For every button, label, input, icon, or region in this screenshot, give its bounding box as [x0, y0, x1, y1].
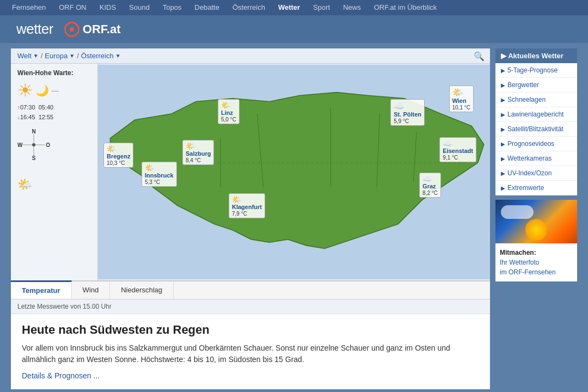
sidebar-item-lawinenbericht[interactable]: ▶ Lawinenlagebericht	[495, 107, 577, 122]
promo-text: Mitmachen: Ihr Wetterfoto im ORF-Fernseh…	[495, 243, 577, 281]
promo-image	[495, 200, 577, 243]
sidebar-arrow-icon-8: ▶	[501, 170, 505, 176]
breadcrumb-sep-2: /	[77, 52, 79, 60]
sidebar-arrow-icon: ▶	[501, 68, 505, 74]
chevron-down-icon-3[interactable]: ▼	[115, 53, 121, 59]
map-tabs: Temperatur Wind Niederschlag	[11, 280, 490, 299]
arrow-icon: ▶	[501, 52, 508, 60]
sidebar-arrow-icon-4: ▶	[501, 112, 505, 118]
sidebar-title: ▶ Aktuelles Wetter	[495, 48, 577, 63]
nav-topos[interactable]: Topos	[156, 0, 188, 15]
breadcrumb-oesterreich[interactable]: Österreich ▼	[81, 52, 121, 60]
compass: N S W O	[17, 128, 50, 161]
station-name: Wien-Hohe Warte:	[17, 69, 91, 77]
left-panel: Welt ▼ / Europa ▼ / Österreich ▼ 🔍 Wien-…	[11, 48, 490, 389]
sidebar-item-bergwetter[interactable]: ▶ Bergwetter	[495, 78, 577, 93]
sidebar-item-5tage[interactable]: ▶ 5-Tage-Prognose	[495, 63, 577, 78]
orf-logo-icon	[64, 22, 79, 37]
austria-map-container[interactable]: 🌤️ Wien 10,1 °C ☁️ St. Pölten 5,9 °C 🌤️ …	[98, 64, 490, 280]
dash: —	[51, 86, 59, 95]
breadcrumb-sep-1: /	[41, 52, 43, 60]
promo-line1: Ihr Wetterfoto	[500, 259, 539, 266]
orf-logo-dot	[70, 27, 74, 32]
compass-west: W	[17, 142, 22, 148]
sidebar-arrow-icon-9: ▶	[501, 185, 505, 191]
logo[interactable]: wetter ORF.at	[16, 21, 121, 38]
compass-north: N	[32, 128, 35, 134]
sunset-time: ↓16:45 12:55	[17, 113, 91, 122]
site-header: wetter ORF.at	[0, 15, 588, 43]
breadcrumb-europa[interactable]: Europa ▼	[45, 52, 75, 60]
sidebar-arrow-icon-2: ▶	[501, 82, 505, 88]
sidebar-arrow-icon-3: ▶	[501, 97, 505, 103]
sidebar-item-satellit[interactable]: ▶ Satellit/Blitzaktivität	[495, 122, 577, 137]
map-area: Wien-Hohe Warte: ☀ 🌙 — ↑07:30 05:40 ↓16:…	[11, 64, 490, 280]
chevron-down-icon[interactable]: ▼	[33, 53, 39, 59]
sidebar-item-schneelagen[interactable]: ▶ Schneelagen	[495, 93, 577, 107]
top-navigation: Fernsehen ORF ON KIDS Sound Topos Debatt…	[0, 0, 588, 15]
article: Heute nach Südwesten zu Regen Vor allem …	[11, 314, 490, 389]
promo-clouds	[501, 205, 534, 219]
sidebar-weather-menu: ▶ Aktuelles Wetter ▶ 5-Tage-Prognose ▶ B…	[495, 48, 577, 195]
partly-cloudy-icon: 🌤️	[17, 177, 32, 191]
tab-wind[interactable]: Wind	[72, 281, 111, 299]
moon-icon: 🌙	[35, 84, 49, 97]
nav-wetter[interactable]: Wetter	[272, 0, 307, 15]
local-icons: 🌤️	[17, 177, 91, 192]
nav-oesterreich[interactable]: Österreich	[226, 0, 272, 15]
svg-point-2	[32, 143, 35, 146]
sunrise-arrow: ↑	[17, 105, 20, 111]
promo-sun	[525, 219, 547, 241]
tab-temperatur[interactable]: Temperatur	[11, 280, 72, 299]
sidebar-item-extremwerte[interactable]: ▶ Extremwerte	[495, 181, 577, 195]
nav-sound[interactable]: Sound	[122, 0, 156, 15]
sunrise-time: ↑07:30 05:40	[17, 103, 91, 113]
nav-fernsehen[interactable]: Fernsehen	[5, 0, 52, 15]
sidebar-arrow-icon-7: ▶	[501, 156, 505, 162]
logo-wetter-text: wetter	[16, 21, 53, 38]
weather-info-panel: Wien-Hohe Warte: ☀ 🌙 — ↑07:30 05:40 ↓16:…	[11, 64, 98, 280]
article-link[interactable]: Details & Prognosen ...	[22, 371, 100, 380]
article-title: Heute nach Südwesten zu Regen	[22, 323, 479, 337]
nav-news[interactable]: News	[336, 0, 367, 15]
article-body: Vor allem von Innsbruck bis ins Salzkamm…	[22, 342, 479, 365]
breadcrumb: Welt ▼ / Europa ▼ / Österreich ▼ 🔍	[11, 48, 490, 64]
tab-niederschlag[interactable]: Niederschlag	[110, 281, 174, 299]
promo-box[interactable]: Mitmachen: Ihr Wetterfoto im ORF-Fernseh…	[495, 200, 577, 281]
sunset-arrow: ↓	[17, 114, 20, 120]
sidebar-arrow-icon-5: ▶	[501, 126, 505, 132]
nav-debatte[interactable]: Debatte	[188, 0, 226, 15]
sun-icon: ☀	[17, 80, 33, 101]
main-content: Welt ▼ / Europa ▼ / Österreich ▼ 🔍 Wien-…	[0, 43, 588, 392]
sidebar-arrow-icon-6: ▶	[501, 141, 505, 147]
austria-map-svg	[98, 64, 490, 280]
search-icon[interactable]: 🔍	[474, 51, 485, 61]
nav-orf-on[interactable]: ORF ON	[52, 0, 93, 15]
promo-bold: Mitmachen:	[500, 249, 536, 256]
nav-orf-ueberblick[interactable]: ORF.at im Überblick	[367, 0, 444, 15]
compass-south: S	[32, 155, 36, 161]
last-update: Letzte Messwerte von 15.00 Uhr	[11, 299, 490, 314]
sidebar-item-uv-index[interactable]: ▶ UV-Index/Ozon	[495, 166, 577, 181]
nav-kids[interactable]: KIDS	[93, 0, 122, 15]
sidebar-item-prognosevideos[interactable]: ▶ Prognosevideos	[495, 137, 577, 151]
nav-sport[interactable]: Sport	[307, 0, 336, 15]
weather-icons: ☀ 🌙 —	[17, 80, 91, 101]
right-sidebar: ▶ Aktuelles Wetter ▶ 5-Tage-Prognose ▶ B…	[495, 48, 577, 389]
promo-line2: im ORF-Fernsehen	[500, 268, 556, 276]
breadcrumb-welt[interactable]: Welt ▼	[17, 52, 39, 60]
chevron-down-icon-2[interactable]: ▼	[69, 53, 75, 59]
logo-orf-text: ORF.at	[83, 22, 121, 36]
compass-east: O	[46, 142, 50, 148]
sidebar-item-wetterkameras[interactable]: ▶ Wetterkameras	[495, 151, 577, 166]
